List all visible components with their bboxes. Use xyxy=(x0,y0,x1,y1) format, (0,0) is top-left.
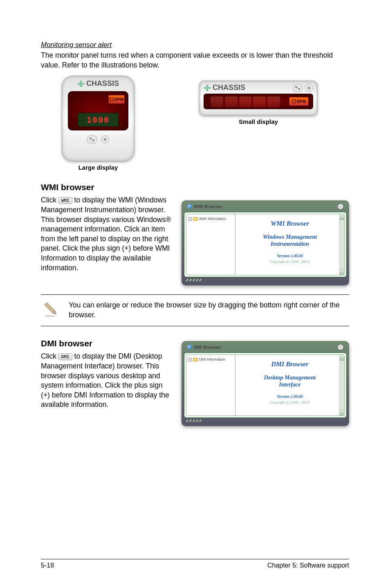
fan-icon xyxy=(204,84,211,92)
gauge-unit: RPM xyxy=(289,97,309,106)
dmi-window: DMI Browser ✕ +DMI Information DMI Brows… xyxy=(182,341,349,426)
close-icon[interactable]: ✕ xyxy=(338,204,343,209)
alert-heading: Monitoring sensor alert xyxy=(41,41,349,49)
folder-icon xyxy=(193,358,198,361)
resize-grip[interactable] xyxy=(184,418,347,424)
plus-icon[interactable]: + xyxy=(188,217,192,221)
wmi-tree[interactable]: +WMI Information xyxy=(186,214,235,275)
wmi-content: WMI Browser Windows ManagementInstrument… xyxy=(235,214,344,275)
globe-icon xyxy=(187,204,192,209)
gauge-lcd: 1000 xyxy=(78,113,119,127)
dmi-body: Click DMI to display the DMI (Desktop Ma… xyxy=(41,352,173,410)
gauge-unit: RPM xyxy=(108,95,125,104)
scrollbar[interactable] xyxy=(339,355,344,415)
wmi-window: WMI Browser ✕ +WMI Information WMI Brows… xyxy=(182,200,349,285)
close-icon[interactable]: ✕ xyxy=(338,344,343,350)
page-number: 5-18 xyxy=(41,562,54,569)
wmi-body: Click WMI to display the WMI (Windows Ma… xyxy=(41,195,173,273)
pencil-icon xyxy=(41,301,59,320)
plus-icon[interactable]: + xyxy=(188,358,192,361)
folder-icon xyxy=(193,217,198,221)
svg-rect-7 xyxy=(292,100,296,103)
globe-icon xyxy=(187,345,192,350)
large-gauge: CHASSIS RPM 1000 xyxy=(62,76,134,162)
close-icon xyxy=(305,84,313,92)
svg-point-0 xyxy=(80,83,82,85)
note-text: You can enlarge or reduce the browser si… xyxy=(69,301,349,320)
dmi-button-inline: DMI xyxy=(58,353,72,360)
large-caption: Large display xyxy=(41,164,155,171)
small-caption: Small display xyxy=(168,118,349,125)
dmi-win-title: DMI Browser xyxy=(194,345,221,350)
link-icon xyxy=(293,84,303,92)
link-icon xyxy=(87,135,97,144)
wmi-win-title: WMI Browser xyxy=(194,204,222,209)
small-gauge: CHASSIS RPM xyxy=(199,81,318,116)
chapter-label: Chapter 5: Software support xyxy=(267,562,349,569)
svg-rect-9 xyxy=(45,303,55,313)
dmi-content: DMI Browser Desktop ManagementInterface … xyxy=(235,355,344,415)
gauge-title: CHASSIS xyxy=(213,83,245,92)
wmi-button-inline: WMI xyxy=(58,197,72,204)
svg-point-4 xyxy=(206,87,208,89)
close-icon xyxy=(101,135,109,144)
alert-body: The monitor panel turns red when a compo… xyxy=(41,51,349,70)
svg-rect-1 xyxy=(110,98,113,101)
wmi-title: WMI browser xyxy=(41,182,349,192)
dmi-tree[interactable]: +DMI Information xyxy=(186,355,235,415)
fan-icon xyxy=(77,80,85,88)
gauge-title: CHASSIS xyxy=(86,79,119,88)
scrollbar[interactable] xyxy=(339,214,344,275)
svg-point-8 xyxy=(44,315,56,317)
resize-grip[interactable] xyxy=(184,277,347,283)
